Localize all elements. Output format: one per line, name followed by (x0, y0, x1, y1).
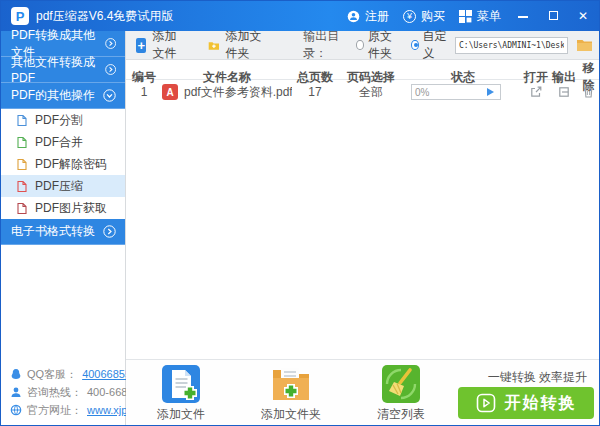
chevron-right-circle-icon (105, 37, 116, 50)
main-toolbar: + 添加文件 添加文件夹 输出目录： 原文件夹 自定义 (126, 31, 599, 60)
radio-checked-icon (411, 40, 418, 50)
qq-label: QQ客服： (27, 365, 77, 383)
open-external-icon (529, 85, 543, 99)
menu-label: 菜单 (477, 8, 501, 25)
sub-item-label: PDF解除密码 (35, 156, 107, 173)
chevron-right-circle-icon (105, 63, 116, 76)
output-path-input[interactable] (455, 37, 568, 54)
user-icon (347, 10, 360, 23)
remove-file-button[interactable] (578, 85, 599, 99)
chevron-down-circle-icon (103, 89, 116, 102)
output-dir-label: 输出目录： (303, 28, 346, 62)
menu-button[interactable]: 菜单 (459, 8, 501, 25)
file-list-area[interactable] (126, 104, 599, 359)
buy-button[interactable]: ¥ 购买 (403, 8, 445, 25)
group-label: 其他文件转换成PDF (11, 54, 105, 85)
sidebar-item-pdf-remove-password[interactable]: PDF解除密码 (1, 153, 125, 175)
radio-custom-label: 自定义 (423, 28, 448, 62)
add-file-label: 添加文件 (152, 28, 185, 62)
maximize-button[interactable] (545, 8, 561, 24)
footer-add-folder-label: 添加文件夹 (261, 406, 321, 423)
table-row[interactable]: 1 A pdf文件参考资料.pdf 17 全部 0% (126, 80, 599, 104)
add-folder-label: 添加文件夹 (225, 28, 267, 62)
play-icon (476, 393, 496, 413)
main-panel: + 添加文件 添加文件夹 输出目录： 原文件夹 自定义 (126, 31, 599, 425)
pdf-doc-icon (16, 180, 28, 193)
file-name-cell: A pdf文件参考资料.pdf (162, 84, 292, 101)
progress-value: 0% (412, 87, 429, 98)
group-label: 电子书格式转换 (11, 223, 95, 240)
app-window: P pdf压缩器V6.4免费试用版 注册 ¥ 购买 菜单 ✕ PDF转换成其他文… (0, 0, 600, 426)
slogan-text: 一键转换 效率提升 (488, 369, 587, 386)
file-name: pdf文件参考资料.pdf (184, 84, 292, 101)
radio-original-label: 原文件夹 (368, 28, 401, 62)
open-file-button[interactable] (522, 85, 550, 99)
table-header: 编号 文件名称 总页数 页码选择 状态 打开 输出 移除 (126, 60, 599, 80)
sub-item-label: PDF图片获取 (35, 200, 107, 217)
website-label: 官方网址： (27, 401, 82, 419)
minimize-button[interactable] (515, 8, 531, 24)
sidebar-item-pdf-split[interactable]: PDF分割 (1, 109, 125, 131)
clear-list-broom-icon (381, 364, 421, 404)
sidebar-item-pdf-compress[interactable]: PDF压缩 (1, 175, 125, 197)
sidebar-group-pdf-other-ops[interactable]: PDF的其他操作 (1, 83, 125, 109)
chevron-right-circle-icon (103, 225, 116, 238)
titlebar-controls: 注册 ¥ 购买 菜单 ✕ (347, 8, 591, 25)
row-number: 1 (126, 85, 162, 99)
folder-plus-icon (208, 38, 220, 53)
register-label: 注册 (365, 8, 389, 25)
start-convert-label: 开始转换 (505, 393, 577, 414)
footer-clear-list-label: 清空列表 (377, 406, 425, 423)
status-cell: 0% (404, 84, 522, 100)
sidebar-group-ebook-convert[interactable]: 电子书格式转换 (1, 219, 125, 245)
sub-item-label: PDF合并 (35, 134, 83, 151)
close-button[interactable]: ✕ (575, 8, 591, 24)
footer-clear-list-button[interactable]: 清空列表 (368, 364, 434, 423)
output-folder-icon (557, 85, 571, 99)
radio-icon (356, 40, 364, 50)
yen-icon: ¥ (403, 10, 416, 23)
headset-icon (10, 386, 22, 398)
window-title: pdf压缩器V6.4免费试用版 (36, 8, 173, 25)
pdf-doc-icon (16, 158, 28, 171)
footer-add-folder-button[interactable]: 添加文件夹 (258, 364, 324, 423)
app-logo-icon: P (11, 7, 29, 25)
pdf-doc-icon (16, 114, 28, 127)
browse-folder-icon (576, 38, 593, 52)
sidebar-item-pdf-extract-images[interactable]: PDF图片获取 (1, 197, 125, 219)
add-folder-big-icon (269, 364, 313, 404)
sidebar-item-pdf-merge[interactable]: PDF合并 (1, 131, 125, 153)
page-count: 17 (292, 85, 338, 99)
group-label: PDF的其他操作 (11, 87, 95, 104)
open-output-button[interactable] (550, 85, 578, 99)
qq-icon (10, 368, 22, 380)
browse-folder-button[interactable] (576, 38, 593, 52)
menu-grid-icon (459, 10, 472, 23)
register-button[interactable]: 注册 (347, 8, 389, 25)
add-file-button[interactable]: + 添加文件 (136, 28, 186, 62)
pdf-doc-icon (16, 136, 28, 149)
radio-custom-folder[interactable]: 自定义 (411, 28, 447, 62)
radio-original-folder[interactable]: 原文件夹 (356, 28, 401, 62)
page-range[interactable]: 全部 (338, 84, 404, 101)
pdf-file-icon: A (162, 84, 178, 100)
sidebar: PDF转换成其他文件 其他文件转换成PDF PDF的其他操作 PDF分割 PDF… (1, 31, 126, 425)
buy-label: 购买 (421, 8, 445, 25)
app-body: PDF转换成其他文件 其他文件转换成PDF PDF的其他操作 PDF分割 PDF… (1, 31, 599, 425)
hotline-label: 咨询热线： (27, 383, 82, 401)
trash-icon (582, 85, 595, 99)
add-file-big-icon (161, 364, 201, 404)
footer-add-file-button[interactable]: 添加文件 (148, 364, 214, 423)
row-start-icon[interactable] (487, 88, 497, 96)
footer-bar: 添加文件 添加文件夹 (126, 359, 599, 425)
globe-icon (10, 404, 22, 416)
progress-bar: 0% (411, 84, 501, 100)
pdf-doc-icon (16, 202, 28, 215)
sub-item-label: PDF压缩 (35, 178, 83, 195)
add-folder-button[interactable]: 添加文件夹 (208, 28, 268, 62)
add-file-plus-icon: + (136, 38, 146, 53)
footer-add-file-label: 添加文件 (157, 406, 205, 423)
sidebar-group-other-to-pdf[interactable]: 其他文件转换成PDF (1, 57, 125, 83)
sub-item-label: PDF分割 (35, 112, 83, 129)
start-convert-button[interactable]: 开始转换 (458, 387, 594, 419)
